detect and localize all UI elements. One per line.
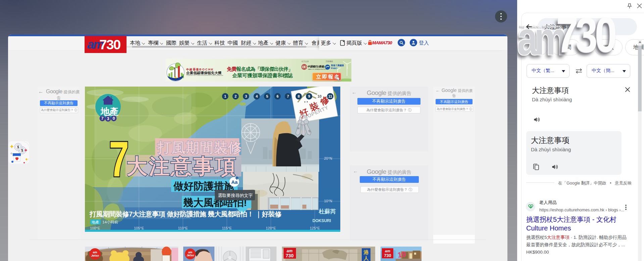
svg-text:am: am (287, 249, 293, 253)
svg-text:19: 19 (397, 250, 406, 259)
svg-text:100°E: 100°E (90, 226, 100, 230)
svg-text:$: $ (21, 149, 23, 152)
svg-text:14小時前: 14小時前 (102, 220, 118, 224)
svg-text:0: 0 (113, 116, 115, 121)
svg-text:5: 5 (266, 94, 268, 98)
svg-text:1: 1 (224, 94, 226, 98)
svg-text:2: 2 (235, 94, 237, 98)
svg-text:7: 7 (101, 116, 104, 121)
svg-text:7: 7 (287, 94, 289, 98)
svg-text:地產: 地產 (100, 107, 118, 117)
svg-text:地產: 地產 (91, 220, 99, 224)
svg-text:110°E: 110°E (178, 226, 188, 230)
svg-text:3: 3 (107, 116, 109, 121)
svg-text:115°E: 115°E (222, 226, 232, 230)
svg-text:30°N: 30°N (324, 113, 332, 117)
svg-text:8: 8 (298, 94, 300, 98)
svg-text:Jetso: Jetso (187, 254, 194, 257)
svg-text:$: $ (17, 145, 19, 149)
svg-text:11: 11 (328, 94, 332, 98)
svg-text:730: 730 (286, 253, 294, 258)
svg-text:730: 730 (384, 253, 391, 258)
svg-text:選取要搜尋的文字: 選取要搜尋的文字 (218, 193, 253, 198)
svg-text:打風期間裝修7大注意事項 做好防護措施 幾大風都唔怕！ ｜好: 打風期間裝修7大注意事項 做好防護措施 幾大風都唔怕！ ｜好裝修 (89, 210, 282, 218)
svg-text:105°E: 105°E (134, 226, 144, 230)
svg-text:DOKSURI: DOKSURI (312, 218, 331, 223)
svg-text:120°E: 120°E (266, 226, 276, 230)
svg-text:7: 7 (109, 132, 129, 187)
svg-text:3: 3 (245, 94, 247, 98)
svg-text:am: am (385, 249, 390, 253)
svg-text:4: 4 (256, 94, 258, 98)
svg-text:港: 港 (363, 249, 369, 255)
svg-text:10: 10 (317, 94, 321, 98)
svg-text:6: 6 (277, 94, 279, 98)
svg-text:20°N: 20°N (324, 156, 332, 160)
svg-text:9: 9 (308, 94, 310, 98)
svg-text:人: 人 (363, 255, 369, 261)
svg-text:am: am (93, 251, 97, 254)
svg-text:10°N: 10°N (324, 199, 332, 203)
svg-text:125°E: 125°E (310, 226, 320, 230)
svg-text:大注意事項: 大注意事項 (127, 155, 237, 178)
svg-text:打風期間裝修: 打風期間裝修 (157, 140, 242, 155)
svg-text:Jetso: Jetso (91, 254, 99, 257)
svg-text:杜蘇芮: 杜蘇芮 (318, 208, 336, 215)
